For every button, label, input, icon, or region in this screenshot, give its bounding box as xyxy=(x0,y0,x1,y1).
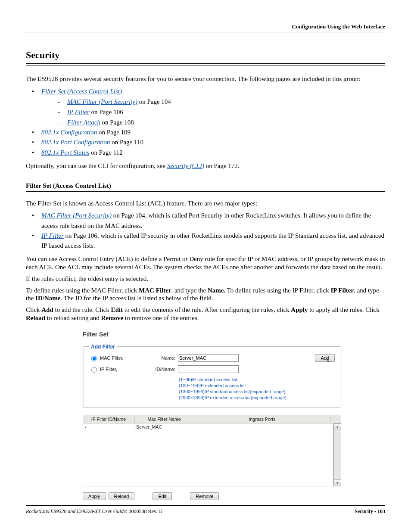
link-8021x-config[interactable]: 802.1x Configuration xyxy=(41,129,97,136)
col-ip-filter-id: IP Filter ID/Name xyxy=(83,415,134,423)
link-filter-set[interactable]: Filter Set (Access Control List) xyxy=(41,88,122,95)
acl-type-list: MAC Filter (Port Security) on Page 104, … xyxy=(26,211,385,251)
mac-filter-radio[interactable] xyxy=(91,356,97,361)
text-fragment: , and type the xyxy=(171,287,208,294)
bold-ip-filter: IP Filter xyxy=(330,287,354,294)
text-fragment: on Page 172. xyxy=(204,162,240,169)
filter-table-body[interactable]: - Server_MAC xyxy=(83,423,333,486)
subheading-rule xyxy=(26,191,385,192)
hint-line: (100~199)IP extended access list xyxy=(179,383,335,389)
running-header: Configuration Using the Web Interface xyxy=(26,23,385,30)
bold-mac-filter: MAC Filter xyxy=(139,287,171,294)
text-fragment: To define rules using the IP Filter, cli… xyxy=(225,287,330,294)
ip-filter-radio-label[interactable]: IP Filter, xyxy=(89,366,141,373)
bold-id-name: ID/Name xyxy=(35,295,60,302)
col-mac-filter-name: Mac Filter Name xyxy=(134,415,194,423)
reload-button[interactable]: Reload xyxy=(109,492,135,500)
col-scroll-spacer xyxy=(330,415,341,423)
bold-apply: Apply xyxy=(291,306,308,313)
bold-name: Name. xyxy=(208,287,225,294)
page-footer: RocketLinx ES9528 and ES9528-XT User Gui… xyxy=(26,505,385,515)
mac-filter-radio-text: MAC Filter, xyxy=(100,355,123,361)
tail-text: on Page 110 xyxy=(110,139,143,146)
tail-text: on Page 106 xyxy=(90,109,123,115)
link-security-cli[interactable]: Security (CLI) xyxy=(167,162,204,169)
hint-line: (2000~2699)IP extended access list(expan… xyxy=(179,395,335,401)
text-fragment: . The ID for the IP access list is liste… xyxy=(60,295,213,302)
footer-rev: : 2000508 Rev. G xyxy=(126,508,162,514)
apply-button[interactable]: Apply xyxy=(83,492,106,500)
link-mac-filter-2[interactable]: MAC Filter (Port Security) xyxy=(41,212,112,219)
filter-table-header: IP Filter ID/Name Mac Filter Name Ingres… xyxy=(83,415,341,423)
mac-filter-radio-label[interactable]: MAC Filter, xyxy=(89,355,141,361)
define-paragraph: To define rules using the MAC Filter, cl… xyxy=(26,286,385,303)
link-8021x-port-status[interactable]: 802.1x Port Status xyxy=(41,149,89,156)
hint-line: (1300~1999)IP standard access list(expan… xyxy=(179,389,335,395)
text-fragment: to edit the contents of the rule. After … xyxy=(123,306,291,313)
footer-page-label: Security - 103 xyxy=(355,508,385,515)
title-rule xyxy=(26,63,385,65)
link-filter-attach[interactable]: Filter Attach xyxy=(67,119,100,126)
text-fragment: to remove one of the entries. xyxy=(123,314,199,321)
add-button[interactable]: Add ⤡ xyxy=(315,354,335,362)
text-fragment: to add the rule. Click xyxy=(53,306,111,313)
col-ingress-ports: Ingress Ports xyxy=(194,415,330,423)
bold-edit: Edit xyxy=(111,306,123,313)
link-8021x-port-config[interactable]: 802.1x Port Configuration xyxy=(41,139,110,146)
bold-reload: Reload xyxy=(26,314,45,321)
ip-filter-radio[interactable] xyxy=(91,367,97,373)
tail-text: on Page 112 xyxy=(89,149,122,156)
bold-add: Add xyxy=(41,306,53,313)
tail-text: on Page 108 xyxy=(100,119,134,126)
scroll-down-icon[interactable]: ▾ xyxy=(334,479,341,486)
hint-line: (1~99)IP standard access list xyxy=(179,376,335,383)
remove-button[interactable]: Remove xyxy=(190,492,219,500)
link-ip-filter[interactable]: IP Filter xyxy=(67,109,90,115)
name-input[interactable] xyxy=(178,354,239,362)
name-label: Name: xyxy=(141,355,178,361)
subheading: Filter Set (Access Control List) xyxy=(26,182,385,190)
header-rule xyxy=(26,32,385,32)
ace-paragraph: You can use Access Control Entry (ACE) t… xyxy=(26,255,385,271)
tail-text: on Page 109 xyxy=(97,129,131,136)
idname-label: ID/Name: xyxy=(141,367,178,372)
cell-ingress xyxy=(194,423,333,430)
cell-mac-name: Server_MAC xyxy=(134,423,194,430)
cell-ip-id: - xyxy=(83,423,134,430)
text-fragment: To define rules using the MAC Filter, cl… xyxy=(26,287,139,294)
optional-paragraph: Optionally, you can use the CLI for conf… xyxy=(26,162,385,170)
filter-set-panel: Filter Set Add Filter MAC Filter, Name: … xyxy=(83,331,341,501)
table-row[interactable]: - Server_MAC xyxy=(83,423,333,430)
link-ip-filter-2[interactable]: IP Filter xyxy=(41,232,64,239)
text-fragment: Optionally, you can use the CLI for conf… xyxy=(26,162,167,169)
acl-intro: The Filter Set is known as Access Contro… xyxy=(26,199,385,208)
bold-remove: Remove xyxy=(101,314,124,321)
intro-paragraph: The ES9528 provides several security fea… xyxy=(26,75,385,83)
add-filter-legend: Add Filter xyxy=(89,344,117,350)
id-range-hints: (1~99)IP standard access list (100~199)I… xyxy=(179,376,335,401)
footer-doc-title: RocketLinx ES9528 and ES9528-XT User Gui… xyxy=(26,508,126,514)
add-filter-fieldset: Add Filter MAC Filter, Name: Add ⤡ IP Fi… xyxy=(84,344,340,408)
tail-text: on Page 104 xyxy=(137,98,171,105)
text-fragment: to reload setting and xyxy=(45,314,101,321)
text-fragment: to apply all the rules. Click xyxy=(308,306,380,313)
scroll-up-icon[interactable]: ▴ xyxy=(334,424,341,430)
click-paragraph: Click Add to add the rule. Click Edit to… xyxy=(26,306,385,322)
text-fragment: Click xyxy=(26,306,41,313)
toc-list: Filter Set (Access Control List) MAC Fil… xyxy=(26,87,385,158)
panel-title: Filter Set xyxy=(83,331,341,338)
conflict-paragraph: If the rules conflict, the oldest entry … xyxy=(26,275,385,283)
edit-button[interactable]: Edit xyxy=(153,492,172,500)
link-mac-filter[interactable]: MAC Filter (Port Security) xyxy=(67,98,137,105)
text-fragment: on Page 106, which is called IP security… xyxy=(41,232,384,249)
add-button-label: Add xyxy=(321,355,329,361)
ip-filter-radio-text: IP Filter, xyxy=(100,367,117,372)
page-title: Security xyxy=(26,50,385,61)
idname-input[interactable] xyxy=(178,365,239,373)
vertical-scrollbar[interactable]: ▴ ▾ xyxy=(333,423,341,486)
